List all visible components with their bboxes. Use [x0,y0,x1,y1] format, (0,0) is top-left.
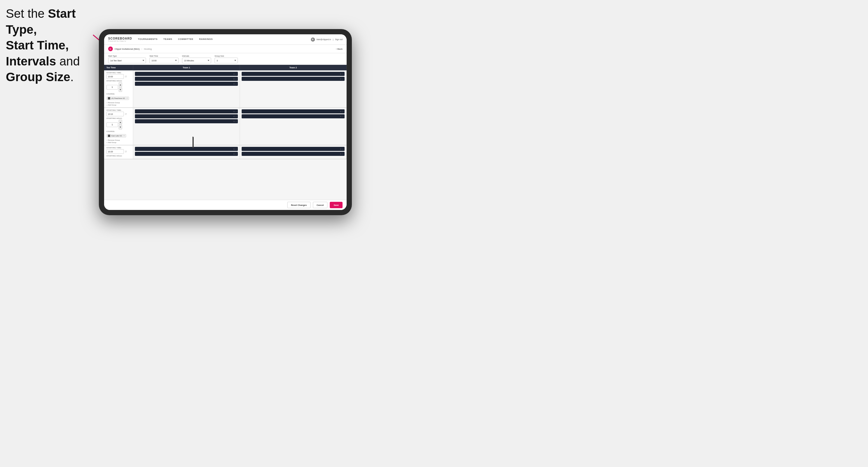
remove-group-btn-1[interactable]: ○ Remove Group [106,102,130,103]
logo-subtext: Powered by clipp.io [108,40,132,42]
slot-edit-icon-3-3[interactable]: ○ [236,120,237,122]
group-row-3: STARTING TIME: ⏱ STARTING HOLE: × ○ [104,146,347,159]
tab-teams[interactable]: TEAMS [163,34,173,45]
tablet-frame: SCOREBOARD Powered by clipp.io TOURNAMEN… [99,29,352,215]
tab-tournaments[interactable]: TOURNAMENTS [137,34,158,45]
slot-x-icon-1-2[interactable]: × [234,78,235,80]
slot-edit-icon-3-2[interactable]: ○ [236,116,237,118]
group-row-1: STARTING TIME: ⏱ STARTING HOLE: ▲ ▼ [104,70,347,108]
slot-edit-icon-4-1[interactable]: ○ [342,111,343,113]
starting-hole-input-2[interactable] [106,122,118,127]
starting-time-input-1[interactable] [106,74,124,79]
group-size-select[interactable]: 3 [215,58,238,63]
slot-x-icon-5-2[interactable]: × [234,153,235,155]
starting-time-input-3[interactable] [106,149,124,154]
instruction-bold4: Group Size [6,70,70,84]
slot-actions-4-1: × ○ [340,111,343,113]
logo: SCOREBOARD Powered by clipp.io [108,37,132,42]
slot-x-icon-1-1[interactable]: × [234,73,235,75]
slot-edit-icon-3-1[interactable]: ○ [236,111,237,113]
slot-actions-3-2: × ○ [234,116,237,118]
controls-row: Start Type 1st Tee Start Start Time 10:0… [104,53,347,65]
table-header: Tee Time Team 1 Team 2 [104,65,347,70]
remove-group-btn-2[interactable]: ○ Remove Group [106,139,130,141]
slot-edit-icon-1-2[interactable]: ○ [236,78,237,80]
starting-time-label-1: STARTING TIME: [106,72,130,73]
cancel-button[interactable]: Cancel [313,202,328,208]
start-type-group: Start Type 1st Tee Start [108,55,146,63]
player-slot-3-1: × ○ [135,109,238,114]
course-label-2: COURSE: [106,130,130,132]
slot-edit-icon-1-3[interactable]: ○ [236,83,237,85]
start-type-select[interactable]: 1st Tee Start [108,58,146,63]
slot-actions-1-1: × ○ [234,73,237,75]
slot-edit-icon-4-2[interactable]: ○ [342,116,343,118]
player-slot-3-3: × ○ [135,119,238,123]
slot-actions-4-2: × ○ [340,116,343,118]
course-remove-2[interactable]: × [123,135,125,137]
slot-edit-icon-5-1[interactable]: ○ [236,148,237,150]
reset-changes-button[interactable]: Reset Changes [287,202,311,208]
slot-edit-icon-5-2[interactable]: ○ [236,153,237,155]
slot-actions-2-2: × ○ [340,78,343,80]
tab-rankings[interactable]: RANKINGS [198,34,213,45]
slot-x-icon-4-1[interactable]: × [340,111,341,113]
hole-down-btn-2[interactable]: ▼ [119,125,122,129]
back-button[interactable]: ‹ Back [336,48,343,50]
start-time-label: Start Time [150,55,179,57]
team1-col-3: × ○ × ○ [133,146,240,159]
slot-x-icon-5-1[interactable]: × [234,148,235,150]
slot-edit-icon-2-2[interactable]: ○ [342,78,343,80]
slot-edit-icon-2-1[interactable]: ○ [342,73,343,75]
player-slot-5-1: × ○ [135,147,238,151]
col-team1: Team 1 [133,65,240,70]
player-slot-2-1: × ○ [242,72,345,76]
starting-hole-input-1[interactable] [106,85,118,90]
tab-committee[interactable]: COMMITTEE [177,34,194,45]
player-slot-2-2: × ○ [242,77,345,81]
start-type-label: Start Type [108,55,146,57]
course-name-1: (A) Peachtree GC [112,97,125,99]
starting-time-row-1: ⏱ [106,74,130,79]
group-2-left: STARTING TIME: ⏱ STARTING HOLE: ▲ ▼ [104,108,133,145]
slot-x-icon-3-2[interactable]: × [234,116,235,118]
slot-edit-icon-6-2[interactable]: ○ [342,153,343,155]
player-slot-3-2: × ○ [135,114,238,118]
team2-col-3: × ○ × ○ [240,146,347,159]
hole-down-btn-1[interactable]: ▼ [119,87,122,92]
slot-actions-5-2: × ○ [234,153,237,155]
slot-x-icon-3-1[interactable]: × [234,111,235,113]
col-team2: Team 2 [240,65,347,70]
table-area: STARTING TIME: ⏱ STARTING HOLE: ▲ ▼ [104,70,347,200]
slot-x-icon-2-2[interactable]: × [340,78,341,80]
slot-x-icon-6-2[interactable]: × [340,153,341,155]
slot-edit-icon-1-1[interactable]: ○ [236,73,237,75]
slot-x-icon-3-3[interactable]: × [234,120,235,122]
tablet-screen: SCOREBOARD Powered by clipp.io TOURNAMEN… [104,34,347,210]
instruction-line1: Set the [6,7,48,20]
tournament-name[interactable]: Clippd Invitational (Men) [115,48,140,50]
sign-out-link[interactable]: Sign out [335,38,343,40]
player-slot-5-2: × ○ [135,152,238,156]
slot-x-icon-4-2[interactable]: × [340,116,341,118]
hole-up-btn-1[interactable]: ▲ [119,82,122,87]
group-row-2: STARTING TIME: ⏱ STARTING HOLE: ▲ ▼ [104,108,347,146]
slot-actions-3-1: × ○ [234,111,237,113]
save-button[interactable]: Save [330,202,343,208]
course-remove-1[interactable]: × [126,97,128,99]
add-group-btn-2[interactable]: + Add Group [106,142,130,143]
slot-x-icon-6-1[interactable]: × [340,148,341,150]
tournament-icon: C [108,46,113,51]
nav-user: B blair@clipped.io | Sign out [311,37,343,41]
add-group-btn-1[interactable]: + Add Group [106,104,130,106]
starting-time-input-2[interactable] [106,112,124,116]
hole-up-btn-2[interactable]: ▲ [119,120,122,124]
slot-x-icon-1-3[interactable]: × [234,83,235,85]
clock-icon-1: ⏱ [125,75,127,78]
breadcrumb-sep: › [141,48,142,50]
slot-x-icon-2-1[interactable]: × [340,73,341,75]
slot-edit-icon-6-1[interactable]: ○ [342,148,343,150]
intervals-select[interactable]: 10 Minutes [182,58,211,63]
start-time-select[interactable]: 10:00 [150,58,179,63]
nav-bar: SCOREBOARD Powered by clipp.io TOURNAMEN… [104,34,347,45]
